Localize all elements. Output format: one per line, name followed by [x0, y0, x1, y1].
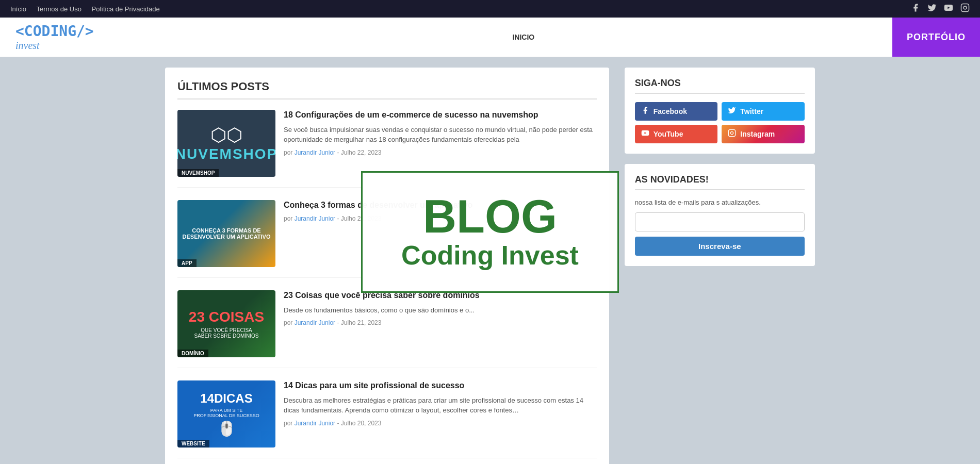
twitter-follow-btn[interactable]: Twitter: [722, 102, 805, 121]
post-tag-2: APP: [177, 259, 197, 267]
overlay-sub: Coding Invest: [394, 240, 586, 271]
header: <CODING/> invest INICIO PORTFÓLIO: [0, 18, 980, 57]
post-item-3: 23 COISAS QUE VOCÊ PRECISASABER SOBRE DO…: [177, 290, 597, 368]
posts-section-title: ÚLTIMOS POSTS: [177, 80, 597, 100]
post-thumb-1[interactable]: ⬡⬡ NUVEMSHOP NUVEMSHOP: [177, 110, 275, 177]
app-thumb-text: CONHEÇA 3 FORMAS DEDESENVOLVER UM APLICA…: [183, 227, 271, 240]
instagram-btn-label: Instagram: [740, 130, 775, 138]
follow-title: SIGA-NOS: [635, 78, 805, 94]
instagram-btn-icon: [728, 129, 736, 139]
svg-rect-6: [729, 129, 736, 136]
newsletter-subscribe-btn[interactable]: Inscreva-se: [635, 237, 805, 256]
newsletter-widget: AS NOVIDADES! nossa lista de e-mails par…: [625, 164, 815, 266]
twitter-icon[interactable]: [927, 3, 937, 14]
svg-rect-1: [961, 4, 969, 12]
facebook-follow-btn[interactable]: Facebook: [635, 102, 718, 121]
instagram-icon[interactable]: [960, 3, 970, 14]
website-num: 14DICAS: [200, 391, 252, 406]
post-author-1[interactable]: Jurandir Junior: [295, 149, 335, 156]
post-tag-4: WEBSITE: [177, 440, 209, 448]
instagram-follow-btn[interactable]: Instagram: [722, 125, 805, 143]
top-bar-social: [911, 3, 970, 14]
logo[interactable]: <CODING/> invest: [15, 23, 94, 52]
newsletter-desc: nossa lista de e-mails para s atualizaçõ…: [635, 198, 805, 206]
nuvemshop-logo: NUVEMSHOP: [177, 146, 275, 162]
post-meta-3: por Jurandir Junior - Julho 21, 2023: [284, 319, 597, 326]
logo-main: <CODING/>: [15, 23, 94, 40]
youtube-follow-btn[interactable]: YouTube: [635, 125, 718, 143]
post-thumb-2[interactable]: CONHEÇA 3 FORMAS DEDESENVOLVER UM APLICA…: [177, 200, 275, 267]
logo-area[interactable]: <CODING/> invest: [15, 23, 94, 52]
post-meta-1: por Jurandir Junior - Julho 22, 2023: [284, 149, 597, 156]
overlay-title: BLOG: [394, 193, 586, 240]
post-title-4[interactable]: 14 Dicas para um site profissional de su…: [284, 380, 597, 391]
nav-privacidade[interactable]: Política de Privacidade: [92, 5, 160, 13]
top-bar: Início Termos de Uso Política de Privaci…: [0, 0, 980, 18]
facebook-btn-icon: [641, 106, 649, 117]
nav-termos[interactable]: Termos de Uso: [36, 5, 81, 13]
post-content-3: 23 Coisas que você precisa saber sobre d…: [284, 290, 597, 357]
post-thumb-4[interactable]: 14DICAS PARA UM SITEPROFISSIONAL DE SUCE…: [177, 380, 275, 448]
follow-widget: SIGA-NOS Facebook Twitter: [625, 68, 815, 154]
twitter-btn-icon: [728, 106, 736, 117]
post-excerpt-1: Se você busca impulsionar suas vendas e …: [284, 125, 597, 145]
post-author-4[interactable]: Jurandir Junior: [295, 420, 335, 427]
post-content-4: 14 Dicas para um site profissional de su…: [284, 380, 597, 448]
nuvemshop-icon: ⬡⬡: [210, 124, 242, 146]
dominio-sub: QUE VOCÊ PRECISASABER SOBRE DOMÍNIOS: [194, 327, 258, 339]
top-bar-links: Início Termos de Uso Política de Privaci…: [10, 5, 168, 13]
youtube-icon[interactable]: [944, 3, 953, 14]
nav-inicio[interactable]: Início: [10, 5, 26, 13]
nav-inicio-main[interactable]: INICIO: [512, 33, 534, 41]
post-item-4: 14DICAS PARA UM SITEPROFISSIONAL DE SUCE…: [177, 380, 597, 458]
portfolio-button[interactable]: PORTFÓLIO: [892, 18, 980, 57]
post-tag-1: NUVEMSHOP: [177, 169, 219, 177]
twitter-btn-label: Twitter: [740, 107, 763, 115]
post-meta-4: por Jurandir Junior - Julho 20, 2023: [284, 420, 597, 427]
facebook-btn-label: Facebook: [654, 107, 687, 115]
youtube-btn-label: YouTube: [654, 130, 683, 138]
post-excerpt-3: Desde os fundamentos básicos, como o que…: [284, 305, 597, 316]
post-tag-3: DOMÍNIO: [177, 350, 208, 357]
main-nav: INICIO: [512, 33, 534, 41]
website-icon: 🖱️: [218, 420, 236, 437]
website-sub: PARA UM SITEPROFISSIONAL DE SUCESSO: [193, 408, 259, 418]
post-excerpt-4: Descubra as melhores estratégias e práti…: [284, 395, 597, 416]
dominio-num: 23 COISAS: [189, 309, 264, 325]
social-grid: Facebook Twitter YouTube: [635, 102, 805, 143]
post-content-1: 18 Configurações de um e-commerce de suc…: [284, 110, 597, 177]
post-author-3[interactable]: Jurandir Junior: [295, 319, 335, 326]
logo-sub: invest: [15, 40, 94, 52]
post-title-1[interactable]: 18 Configurações de um e-commerce de suc…: [284, 110, 597, 121]
facebook-icon[interactable]: [911, 3, 920, 14]
post-author-2[interactable]: Jurandir Junior: [295, 215, 335, 222]
post-thumb-3[interactable]: 23 COISAS QUE VOCÊ PRECISASABER SOBRE DO…: [177, 290, 275, 357]
sidebar: SIGA-NOS Facebook Twitter: [625, 68, 815, 464]
blog-overlay: BLOG Coding Invest: [361, 171, 619, 293]
youtube-btn-icon: [641, 129, 649, 139]
newsletter-email-input[interactable]: [635, 212, 805, 231]
newsletter-title: AS NOVIDADES!: [635, 174, 805, 190]
